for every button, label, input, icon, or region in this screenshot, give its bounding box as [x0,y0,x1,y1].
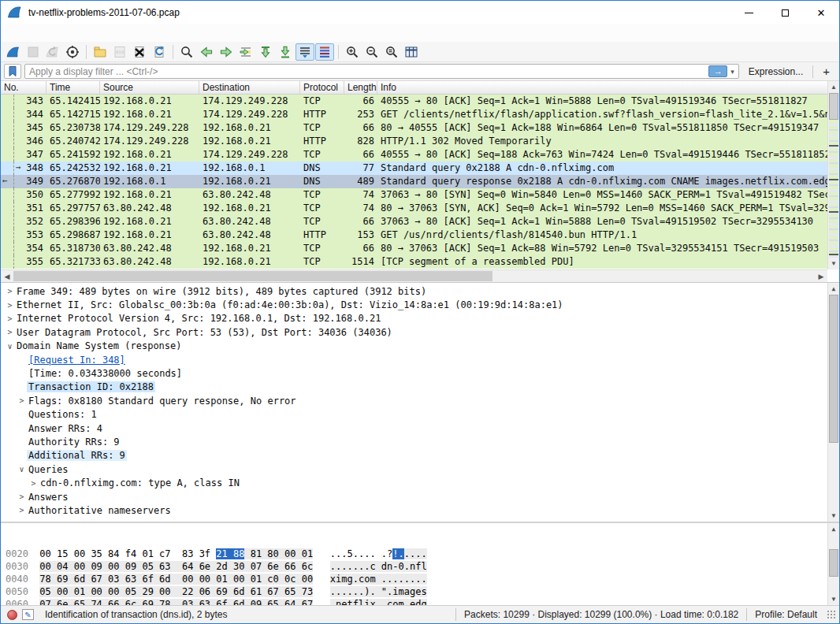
detail-row[interactable]: [Time: 0.034338000 seconds] [1,366,827,380]
expander-icon[interactable]: ∨ [17,465,27,474]
auto-scroll-icon[interactable] [295,43,314,61]
menu-item[interactable] [17,31,29,35]
maximize-button[interactable] [767,1,803,24]
packet-row[interactable]: 346 65.240742 174.129.249.228 192.168.0.… [1,135,827,148]
hex-row[interactable]: 0050 05 00 01 00 00 05 29 00 22 06 69 6d… [6,585,827,598]
packet-row[interactable]: 352 65.298396 192.168.0.21 63.80.242.48 … [1,215,827,228]
expander-icon[interactable]: > [5,287,15,295]
scroll-down-icon[interactable]: ▼ [828,593,839,605]
column-header-no[interactable]: No. [1,81,46,94]
packet-row[interactable]: 344 65.142715 192.168.0.21 174.129.249.2… [1,108,827,121]
go-first-packet-icon[interactable] [256,43,275,61]
go-forward-icon[interactable] [217,43,236,61]
detail-row[interactable]: Answer RRs: 4 [1,422,827,435]
menu-item[interactable] [29,31,42,35]
open-file-icon[interactable] [91,43,110,61]
detail-scrollbar[interactable]: ▲ ▼ [827,283,839,522]
menu-item[interactable] [117,31,130,35]
packet-row[interactable]: 354 65.318730 63.80.242.48 192.168.0.21 … [1,242,827,255]
scroll-down-icon[interactable]: ▼ [828,510,839,522]
menu-item[interactable] [4,31,17,35]
expander-icon[interactable]: > [5,301,15,310]
colorize-packets-icon[interactable] [315,43,334,61]
detail-row[interactable]: Authority RRs: 9 [1,435,827,448]
apply-filter-button[interactable]: → [708,65,727,77]
zoom-normal-icon[interactable] [382,43,401,61]
menu-item[interactable] [42,31,54,35]
go-back-icon[interactable] [197,43,216,61]
menu-item[interactable] [105,31,117,35]
menu-item[interactable] [67,31,80,35]
column-header-length[interactable]: Length [344,81,377,94]
detail-row[interactable]: [Request In: 348] [1,353,827,366]
scroll-right-icon[interactable]: ▶ [815,270,827,282]
column-header-time[interactable]: Time [46,81,100,94]
hex-row[interactable]: 0060 07 6e 65 74 66 6c 69 78 03 63 6f 6d… [6,598,827,605]
menu-item[interactable] [80,31,92,35]
zoom-in-icon[interactable] [343,43,362,61]
detail-row[interactable]: > Authoritative nameservers [1,503,827,517]
detail-row[interactable]: ∨ Queries [1,462,827,476]
detail-row[interactable]: Questions: 1 [1,408,827,422]
detail-row[interactable]: > Frame 349: 489 bytes on wire (3912 bit… [1,284,827,298]
hex-scrollbar[interactable]: ▲ ▼ [827,523,839,605]
expert-info-icon[interactable] [7,610,17,620]
column-header-source[interactable]: Source [100,81,199,94]
detail-row[interactable]: Transaction ID: 0x2188 [1,381,827,394]
expression-button[interactable]: Expression... [742,66,809,77]
expander-icon[interactable]: ∨ [5,342,15,351]
detail-row[interactable]: > Answers [1,490,827,503]
expander-icon[interactable]: > [28,479,39,488]
start-capture-icon[interactable] [4,43,23,61]
hscrollbar-thumb[interactable] [13,271,492,281]
find-packet-icon[interactable] [177,43,196,61]
column-header-destination[interactable]: Destination [199,81,300,94]
packet-list-hscrollbar[interactable]: ◀ ▶ [1,269,827,282]
resize-columns-icon[interactable] [402,43,421,61]
scroll-up-icon[interactable]: ▲ [828,283,839,295]
packet-row[interactable]: → 348 65.242532 192.168.0.21 192.168.0.1… [1,162,827,175]
packet-row[interactable]: 351 65.297757 63.80.242.48 192.168.0.21 … [1,202,827,215]
resize-grip[interactable] [827,610,836,619]
expander-icon[interactable]: > [17,506,27,514]
packet-row[interactable]: ← 349 65.276870 192.168.0.1 192.168.0.21… [1,175,827,188]
menu-item[interactable] [54,31,67,35]
expander-icon[interactable]: > [17,396,27,405]
profile[interactable]: Profile: Default [746,608,825,621]
add-filter-button[interactable]: + [816,65,836,78]
scroll-up-icon[interactable]: ▲ [828,523,839,535]
scrollbar-thumb[interactable] [829,295,838,443]
column-header-protocol[interactable]: Protocol [300,81,344,94]
zoom-out-icon[interactable] [362,43,381,61]
reload-file-icon[interactable] [150,43,169,61]
packet-list-scrollbar[interactable]: ▲ ▼ [827,81,839,269]
expander-icon[interactable]: > [5,328,15,336]
detail-row[interactable]: > Flags: 0x8180 Standard query response,… [1,394,827,407]
capture-options-icon[interactable] [63,43,82,61]
detail-row[interactable]: > Internet Protocol Version 4, Src: 192.… [1,312,827,325]
column-header-info[interactable]: Info [377,81,827,94]
packet-row[interactable]: 345 65.230738 174.129.249.228 192.168.0.… [1,121,827,135]
close-file-icon[interactable] [130,43,149,61]
detail-row[interactable]: > Ethernet II, Src: Globalsc_00:3b:0a (f… [1,298,827,311]
detail-row[interactable]: > User Datagram Protocol, Src Port: 53 (… [1,325,827,339]
expander-icon[interactable]: > [17,492,27,501]
packet-row[interactable]: 355 65.321733 63.80.242.48 192.168.0.21 … [1,255,827,269]
scrollbar-thumb[interactable] [829,549,838,577]
packet-row[interactable]: 353 65.298687 192.168.0.21 63.80.242.48 … [1,228,827,242]
display-filter-input[interactable] [25,66,708,77]
minimize-button[interactable] [730,1,767,24]
hex-row[interactable]: 0020 00 15 00 35 84 f4 01 c7 83 3f 21 88… [6,548,827,560]
scroll-up-icon[interactable]: ▲ [828,81,839,93]
filter-bookmark-button[interactable] [4,64,21,79]
scroll-left-icon[interactable]: ◀ [1,270,13,282]
capture-comment-icon[interactable]: ✎ [22,609,34,620]
menu-item[interactable] [92,31,105,35]
packet-row[interactable]: 343 65.142415 192.168.0.21 174.129.249.2… [1,95,827,108]
detail-row[interactable]: ∨ Domain Name System (response) [1,340,827,353]
packet-row[interactable]: 347 65.241592 192.168.0.21 174.129.249.2… [1,148,827,162]
filter-dropdown-caret-icon[interactable]: ▾ [729,68,738,76]
detail-row[interactable]: > cdn-0.nflximg.com: type A, class IN [1,476,827,489]
menu-item[interactable] [130,31,143,35]
go-last-packet-icon[interactable] [276,43,295,61]
